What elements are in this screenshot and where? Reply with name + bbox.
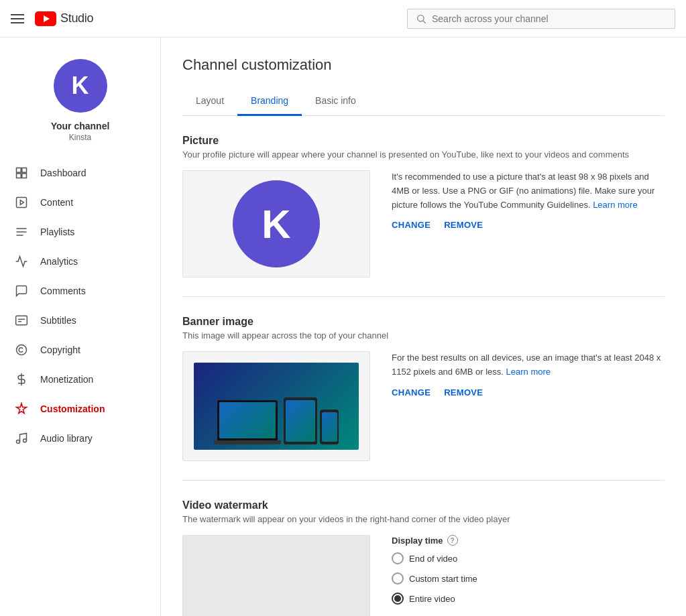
svg-rect-13 bbox=[16, 316, 27, 324]
svg-rect-5 bbox=[22, 168, 27, 173]
sidebar-item-comments[interactable]: Comments bbox=[0, 276, 160, 306]
tab-basic-info[interactable]: Basic info bbox=[302, 87, 369, 116]
svg-rect-4 bbox=[17, 168, 21, 173]
watermark-preview: ▶ ⏭ 🔊 ⚙ ▭ ⛶ bbox=[182, 535, 370, 616]
banner-actions: CHANGE REMOVE bbox=[392, 387, 665, 397]
profile-avatar: K bbox=[233, 180, 320, 267]
channel-info: K Your channel Kinsta bbox=[0, 48, 160, 158]
svg-point-18 bbox=[17, 440, 20, 444]
picture-body: K It's recommended to use a picture that… bbox=[182, 170, 665, 278]
picture-remove-button[interactable]: REMOVE bbox=[444, 220, 483, 230]
picture-info-text: It's recommended to use a picture that's… bbox=[392, 170, 665, 212]
search-icon bbox=[416, 13, 426, 24]
search-bar[interactable] bbox=[407, 9, 675, 29]
radio-circle-end bbox=[392, 552, 404, 564]
sidebar-item-playlists[interactable]: Playlists bbox=[0, 217, 160, 247]
picture-preview: K bbox=[182, 170, 370, 278]
dashboard-icon bbox=[13, 165, 30, 181]
sidebar-item-label: Content bbox=[40, 197, 73, 208]
banner-desc: This image will appear across the top of… bbox=[182, 330, 665, 341]
radio-circle-custom bbox=[392, 572, 404, 584]
sidebar-item-label: Copyright bbox=[40, 345, 80, 355]
sidebar-item-customization[interactable]: Customization bbox=[0, 394, 160, 424]
radio-end-of-video[interactable]: End of video bbox=[392, 552, 665, 564]
sidebar-item-label: Customization bbox=[40, 404, 105, 414]
tab-layout[interactable]: Layout bbox=[182, 87, 237, 116]
monetization-icon bbox=[13, 371, 30, 387]
sidebar-item-label: Comments bbox=[40, 286, 86, 296]
radio-custom-start[interactable]: Custom start time bbox=[392, 572, 665, 584]
comments-icon bbox=[13, 283, 30, 299]
radio-entire-video[interactable]: Entire video bbox=[392, 593, 665, 605]
sidebar-item-content[interactable]: Content bbox=[0, 188, 160, 217]
svg-rect-6 bbox=[17, 174, 21, 178]
app-header: Studio bbox=[0, 0, 686, 38]
picture-learn-more[interactable]: Learn more bbox=[593, 200, 637, 210]
picture-title: Picture bbox=[182, 135, 665, 147]
sidebar-item-monetization[interactable]: Monetization bbox=[0, 365, 160, 394]
playlists-icon bbox=[13, 224, 30, 240]
studio-label: Studio bbox=[60, 11, 93, 25]
svg-rect-8 bbox=[17, 198, 27, 208]
sidebar-item-label: Playlists bbox=[40, 227, 74, 237]
watermark-title: Video watermark bbox=[182, 499, 665, 511]
copyright-icon bbox=[13, 342, 30, 358]
banner-preview bbox=[182, 351, 370, 461]
display-time-section: Display time ? End of video Custom start… bbox=[392, 535, 665, 616]
sidebar-item-label: Audio library bbox=[40, 433, 93, 444]
audio-library-icon bbox=[13, 430, 30, 446]
svg-point-2 bbox=[418, 15, 424, 21]
sidebar-item-analytics[interactable]: Analytics bbox=[0, 247, 160, 276]
svg-rect-7 bbox=[22, 174, 27, 178]
svg-point-16 bbox=[17, 345, 27, 355]
banner-info: For the best results on all devices, use… bbox=[392, 351, 665, 397]
sidebar-item-label: Subtitles bbox=[40, 315, 76, 326]
radio-dot bbox=[394, 595, 401, 602]
subtitles-icon bbox=[13, 312, 30, 328]
hamburger-menu[interactable] bbox=[11, 14, 24, 23]
channel-name: Your channel bbox=[0, 121, 160, 131]
tab-branding[interactable]: Branding bbox=[237, 87, 302, 116]
main-content: Channel customization Layout Branding Ba… bbox=[161, 38, 686, 616]
svg-point-19 bbox=[23, 439, 27, 442]
search-input[interactable] bbox=[432, 13, 667, 24]
banner-info-text: For the best results on all devices, use… bbox=[392, 351, 665, 379]
page-title: Channel customization bbox=[182, 56, 665, 74]
customization-icon bbox=[13, 401, 30, 417]
sidebar-item-label: Monetization bbox=[40, 374, 93, 385]
avatar: K bbox=[54, 59, 107, 113]
picture-actions: CHANGE REMOVE bbox=[392, 220, 665, 230]
banner-body: For the best results on all devices, use… bbox=[182, 351, 665, 461]
logo: Studio bbox=[35, 11, 93, 26]
picture-section: Picture Your profile picture will appear… bbox=[182, 116, 665, 297]
sidebar-item-dashboard[interactable]: Dashboard bbox=[0, 158, 160, 188]
sidebar-item-subtitles[interactable]: Subtitles bbox=[0, 306, 160, 335]
banner-change-button[interactable]: CHANGE bbox=[392, 387, 431, 397]
picture-change-button[interactable]: CHANGE bbox=[392, 220, 431, 230]
content-icon bbox=[13, 194, 30, 210]
svg-line-3 bbox=[423, 21, 426, 23]
watermark-desc: The watermark will appear on your videos… bbox=[182, 514, 665, 524]
banner-title: Banner image bbox=[182, 316, 665, 328]
analytics-icon bbox=[13, 253, 30, 269]
banner-remove-button[interactable]: REMOVE bbox=[444, 387, 483, 397]
radio-group: End of video Custom start time Entire vi… bbox=[392, 552, 665, 605]
help-icon[interactable]: ? bbox=[447, 535, 458, 546]
watermark-body: ▶ ⏭ 🔊 ⚙ ▭ ⛶ Display time ? bbox=[182, 535, 665, 616]
display-time-label: Display time ? bbox=[392, 535, 665, 546]
sidebar-item-label: Analytics bbox=[40, 256, 78, 267]
sidebar-item-copyright[interactable]: Copyright bbox=[0, 335, 160, 365]
sidebar-item-label: Dashboard bbox=[40, 168, 87, 178]
youtube-logo-icon bbox=[35, 11, 56, 26]
svg-marker-9 bbox=[20, 200, 23, 205]
banner-section: Banner image This image will appear acro… bbox=[182, 297, 665, 481]
radio-circle-entire bbox=[392, 593, 404, 605]
picture-info: It's recommended to use a picture that's… bbox=[392, 170, 665, 230]
sidebar-nav: Dashboard Content Playlists Analytics bbox=[0, 158, 160, 453]
watermark-section: Video watermark The watermark will appea… bbox=[182, 481, 665, 616]
sidebar-item-audio-library[interactable]: Audio library bbox=[0, 424, 160, 453]
tabs-bar: Layout Branding Basic info bbox=[182, 87, 665, 116]
picture-desc: Your profile picture will appear where y… bbox=[182, 149, 665, 160]
banner-learn-more[interactable]: Learn more bbox=[506, 367, 551, 377]
sidebar: K Your channel Kinsta Dashboard Content bbox=[0, 38, 161, 616]
